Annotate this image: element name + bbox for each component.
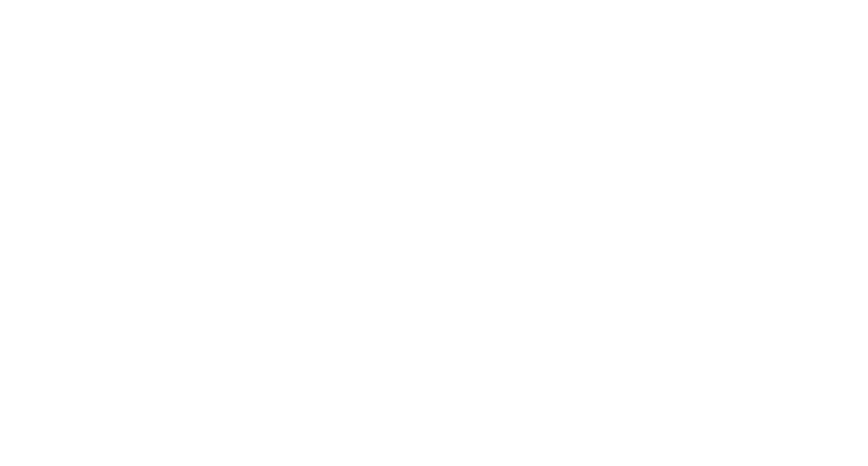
chart-canvas [0,0,868,466]
mt4-chart-window [0,0,868,466]
chart-title [5,3,22,9]
macd-indicator-label [8,345,12,352]
